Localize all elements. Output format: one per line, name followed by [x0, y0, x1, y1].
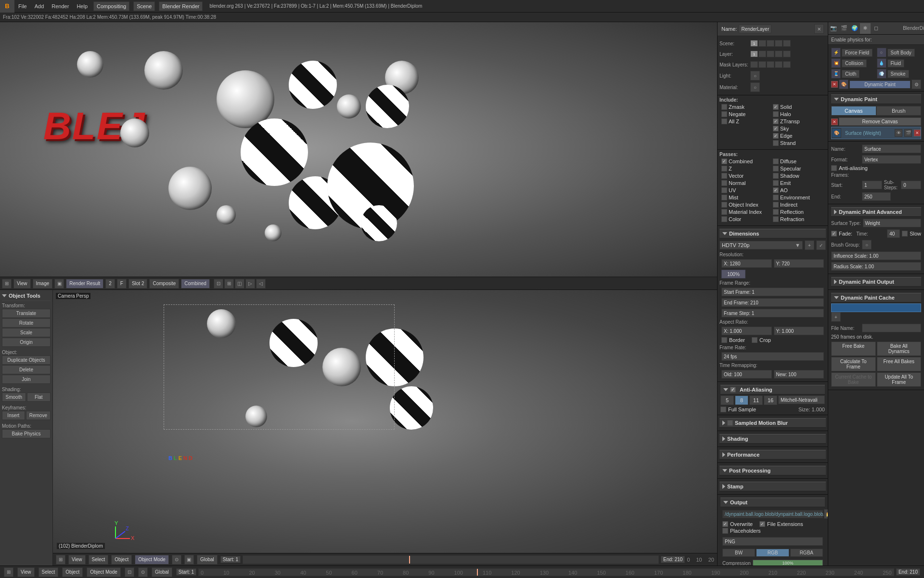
dp-cache-header[interactable]: Dynamic Paint Cache	[831, 293, 921, 302]
render-engine-selector[interactable]: Blender Render	[159, 1, 203, 11]
reflection-check[interactable]	[773, 209, 779, 215]
matidx-check[interactable]	[721, 209, 727, 215]
frame-step-input[interactable]: Frame Step: 1	[721, 309, 824, 317]
slot-num[interactable]: 2	[105, 279, 115, 289]
frames-start[interactable]: 1	[862, 181, 882, 189]
canvas-tab[interactable]: Canvas	[831, 106, 876, 116]
normal-check[interactable]	[721, 180, 727, 186]
soft-body-btn[interactable]: Soft Body	[887, 49, 915, 57]
free-all-bakes-btn[interactable]: Free All Bakes	[877, 357, 922, 371]
frames-end[interactable]: 250	[862, 192, 891, 201]
format-selector[interactable]: PNG	[722, 537, 823, 546]
mode-timeline-btn[interactable]: Object Mode	[87, 567, 121, 577]
performance-header[interactable]: Performance	[719, 450, 826, 460]
output-browse[interactable]: 📁	[824, 509, 828, 519]
remove-canvas-x[interactable]: ✕	[831, 118, 838, 125]
mist-check[interactable]	[721, 195, 727, 200]
global-btn[interactable]: Global	[197, 555, 218, 565]
translate-btn[interactable]: Translate	[2, 309, 51, 318]
render-result-btn[interactable]: Render Result	[66, 279, 103, 289]
ao-check[interactable]	[773, 187, 779, 193]
layer-icon[interactable]: ▣	[184, 555, 194, 565]
brush-tab[interactable]: Brush	[876, 106, 922, 116]
smooth-btn[interactable]: Smooth	[2, 393, 26, 402]
full-sample-check[interactable]	[720, 407, 726, 412]
aa-enable-check[interactable]	[730, 387, 736, 393]
light-picker[interactable]: ○	[750, 71, 760, 80]
surface-render[interactable]: 🎬	[904, 129, 912, 137]
rgba-btn[interactable]: RGBA	[790, 549, 823, 557]
compositor-tool-3[interactable]: ◫	[235, 279, 244, 289]
dynamic-paint-remove[interactable]: ✕	[831, 81, 838, 88]
time-remap-old[interactable]: Old: 100	[721, 370, 772, 379]
compositor-tool-2[interactable]: ⊞	[224, 279, 234, 289]
sub-steps-input[interactable]: 0	[901, 181, 921, 189]
influence-scale[interactable]: Influence Scale: 1.00	[831, 251, 921, 260]
preset-selector[interactable]: HDTV 720p ▼	[719, 241, 803, 250]
dp-output-header[interactable]: Dynamic Paint Output	[831, 277, 921, 287]
view-menu[interactable]: View	[13, 279, 31, 289]
render-menu[interactable]: Render	[48, 0, 73, 12]
object-timeline-btn[interactable]: Object	[62, 567, 83, 577]
negate-check[interactable]	[721, 111, 727, 117]
allz-check[interactable]	[721, 118, 727, 124]
delete-btn[interactable]: Delete	[2, 365, 51, 374]
dynamic-paint-btn[interactable]: Dynamic Paint	[849, 80, 911, 89]
preset-save[interactable]: ✓	[816, 240, 826, 250]
view-btn[interactable]: View	[68, 555, 86, 565]
z-check[interactable]	[721, 166, 727, 171]
dp-cache-input[interactable]	[831, 303, 921, 312]
scale-btn[interactable]: Scale	[2, 328, 51, 337]
surface-remove[interactable]: ✕	[914, 130, 921, 136]
aa-preset-selector[interactable]: Mitchell-Netravali	[778, 395, 825, 404]
res-y-input[interactable]: Y: 720	[774, 259, 824, 268]
phys-tab-world[interactable]: 🌍	[849, 23, 860, 34]
dp-advanced-header[interactable]: Dynamic Paint Advanced	[831, 207, 921, 217]
radius-scale[interactable]: Radius Scale: 1.00	[831, 262, 921, 271]
mask-cell-2[interactable]	[758, 61, 766, 68]
aa-16[interactable]: 16	[764, 395, 777, 405]
motion-blur-header[interactable]: Sampled Motion Blur	[719, 418, 826, 428]
frame-rate-selector[interactable]: 24 fps	[721, 352, 824, 361]
material-picker[interactable]: ○	[750, 82, 760, 92]
render-layer-name-value[interactable]: RenderLayer	[739, 25, 771, 33]
phys-tab-physics[interactable]: ⚛	[860, 23, 871, 34]
end-frame-input[interactable]: End Frame: 210	[721, 298, 824, 307]
mask-cell-3[interactable]	[767, 61, 774, 68]
scene-cell-2[interactable]	[758, 40, 766, 47]
update-all-to-frame-btn[interactable]: Update All To Frame	[877, 372, 922, 387]
brush-group-picker[interactable]: ○	[862, 240, 872, 250]
output-path[interactable]: /dynpaint.ball.logo.blob/dynpaint.ball.l…	[722, 510, 823, 518]
objidx-check[interactable]	[721, 202, 727, 208]
resolution-pct[interactable]: 100%	[721, 270, 745, 278]
emit-check[interactable]	[773, 180, 779, 186]
solid-check[interactable]	[773, 104, 779, 110]
surface-name-input[interactable]: Surface	[862, 144, 921, 153]
indirect-check[interactable]	[773, 202, 779, 208]
render-layer-expand[interactable]: ✕	[814, 24, 824, 34]
insert-keyframe-btn[interactable]: Insert	[2, 411, 25, 420]
shading-header[interactable]: Shading	[719, 434, 826, 444]
slot-icon[interactable]: ▣	[54, 279, 64, 289]
placeholders-check[interactable]	[722, 528, 728, 534]
scene-cell-4[interactable]	[775, 40, 783, 47]
uv-check[interactable]	[721, 187, 727, 193]
smoke-btn[interactable]: Smoke	[887, 70, 909, 78]
preset-expand[interactable]: +	[805, 240, 814, 250]
remove-keyframe-btn[interactable]: Remove	[26, 411, 51, 420]
origin-btn[interactable]: Origin	[2, 338, 51, 347]
flat-btn[interactable]: Flat	[27, 393, 51, 402]
file-name-input[interactable]	[862, 324, 921, 332]
layer-cell-5[interactable]	[783, 51, 791, 57]
select-timeline-btn[interactable]: Select	[38, 567, 59, 577]
fade-check[interactable]	[831, 231, 837, 236]
ztransp-check[interactable]	[773, 118, 779, 124]
layer-cell-1[interactable]: 1	[750, 51, 758, 57]
free-bake-btn[interactable]: Free Bake	[831, 342, 876, 356]
strand-check[interactable]	[773, 140, 779, 146]
asp-x-input[interactable]: X: 1.000	[721, 327, 772, 335]
editor-type-selector[interactable]: Compositing	[93, 1, 129, 11]
combined-check[interactable]	[721, 158, 727, 164]
res-x-input[interactable]: X: 1280	[721, 259, 772, 268]
shadow-check[interactable]	[773, 173, 779, 179]
